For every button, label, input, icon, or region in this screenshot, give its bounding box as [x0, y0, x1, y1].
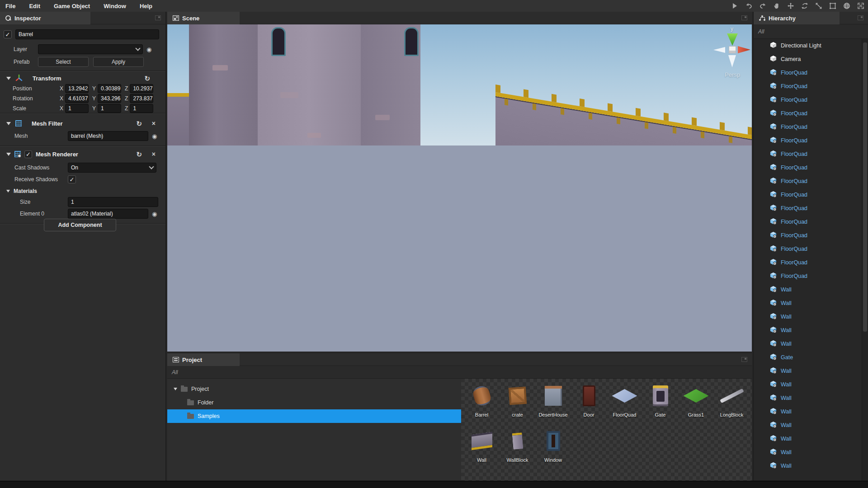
asset-wallblock[interactable]: WallBlock: [500, 427, 535, 472]
asset-longblock[interactable]: LongBlock: [714, 381, 750, 427]
hierarchy-item-floorquad[interactable]: FloorQuad: [754, 174, 862, 188]
element0-target-icon[interactable]: ◉: [152, 211, 157, 217]
hierarchy-item-wall[interactable]: Wall: [754, 296, 862, 310]
gizmo-handle-blue[interactable]: [400, 232, 405, 237]
gizmo-neg-y-cone[interactable]: [728, 55, 736, 67]
tree-item-samples[interactable]: Samples: [167, 409, 461, 423]
close-icon[interactable]: ×: [152, 151, 156, 157]
refresh-icon[interactable]: ↻: [136, 151, 142, 158]
foldout-triangle-icon[interactable]: [6, 190, 10, 192]
hierarchy-item-floorquad[interactable]: FloorQuad: [754, 242, 862, 256]
menu-item-file[interactable]: File: [5, 3, 15, 9]
position-z-field[interactable]: 10.2937: [130, 84, 153, 93]
tab-project[interactable]: Project: [167, 353, 240, 366]
hierarchy-item-floorquad[interactable]: FloorQuad: [754, 215, 862, 229]
menu-item-window[interactable]: Window: [104, 3, 126, 9]
scene-crate[interactable]: [495, 240, 533, 282]
asset-barrel[interactable]: Barrel: [464, 381, 500, 427]
rotation-z-field[interactable]: 273.837: [130, 94, 153, 103]
hierarchy-item-floorquad[interactable]: FloorQuad: [754, 66, 862, 80]
mesh-renderer-enabled-checkbox[interactable]: ✓: [24, 150, 32, 158]
close-icon[interactable]: ×: [152, 120, 156, 127]
hierarchy-item-floorquad[interactable]: FloorQuad: [754, 147, 862, 161]
position-y-field[interactable]: 0.30389: [98, 84, 121, 93]
refresh-icon[interactable]: ↻: [136, 120, 142, 127]
gizmo-center-cube[interactable]: [729, 46, 736, 53]
scrollbar-thumb[interactable]: [863, 42, 867, 332]
receive-shadows-checkbox[interactable]: ✓: [68, 175, 76, 183]
gizmo-handle-red[interactable]: [397, 247, 401, 251]
gizmo-z-cone[interactable]: [713, 47, 725, 53]
hierarchy-item-wall[interactable]: Wall: [754, 324, 862, 337]
hierarchy-item-floorquad[interactable]: FloorQuad: [754, 202, 862, 215]
hierarchy-item-wall[interactable]: Wall: [754, 405, 862, 418]
hierarchy-item-wall[interactable]: Wall: [754, 391, 862, 405]
pan-hand-icon[interactable]: [772, 1, 781, 10]
foldout-triangle-icon[interactable]: [6, 77, 11, 80]
hierarchy-filter[interactable]: All: [754, 24, 868, 39]
gizmo-axis-blue[interactable]: [402, 237, 403, 244]
hierarchy-item-floorquad[interactable]: FloorQuad: [754, 161, 862, 174]
prefab-select-button[interactable]: Select: [38, 57, 89, 67]
refresh-icon[interactable]: ↻: [144, 75, 150, 82]
tab-inspector[interactable]: Inspector: [0, 12, 90, 24]
hierarchy-item-wall[interactable]: Wall: [754, 310, 862, 324]
undo-icon[interactable]: [744, 1, 753, 10]
hierarchy-item-wall[interactable]: Wall: [754, 283, 862, 296]
hierarchy-item-floorquad[interactable]: FloorQuad: [754, 134, 862, 147]
mesh-target-icon[interactable]: ◉: [152, 133, 157, 139]
add-component-button[interactable]: Add Component: [44, 219, 116, 231]
cast-shadows-dropdown[interactable]: On: [68, 163, 156, 173]
scene-crate[interactable]: [459, 239, 495, 279]
hierarchy-item-floorquad[interactable]: FloorQuad: [754, 93, 862, 107]
object-name-field[interactable]: Barrel: [15, 29, 159, 39]
rect-tool-icon[interactable]: [828, 1, 837, 10]
foldout-triangle-icon[interactable]: [6, 153, 11, 156]
position-x-field[interactable]: 13.2942: [65, 84, 89, 93]
hierarchy-item-camera[interactable]: Camera: [754, 52, 862, 66]
hierarchy-item-floorquad[interactable]: FloorQuad: [754, 229, 862, 242]
hierarchy-item-wall[interactable]: Wall: [754, 446, 862, 459]
hierarchy-item-wall[interactable]: Wall: [754, 378, 862, 391]
asset-wall[interactable]: Wall: [464, 427, 500, 472]
hierarchy-item-wall[interactable]: Wall: [754, 364, 862, 378]
play-icon[interactable]: [730, 1, 739, 10]
gizmo-x-cone[interactable]: [738, 46, 750, 53]
asset-floorquad[interactable]: FloorQuad: [607, 381, 642, 427]
asset-door[interactable]: Door: [571, 381, 607, 427]
hierarchy-item-floorquad[interactable]: FloorQuad: [754, 107, 862, 120]
scale-tool-icon[interactable]: [814, 1, 823, 10]
orientation-gizmo[interactable]: y x Persp: [710, 28, 752, 80]
prefab-apply-button[interactable]: Apply: [93, 57, 144, 67]
element0-field[interactable]: atlas02 (Material): [68, 209, 148, 219]
materials-header[interactable]: Materials: [0, 186, 165, 196]
asset-crate[interactable]: crate: [500, 381, 535, 427]
rotation-y-field[interactable]: 343.296: [98, 94, 121, 103]
expand-triangle-icon[interactable]: [174, 388, 177, 390]
menu-item-help[interactable]: Help: [140, 3, 152, 9]
hierarchy-item-floorquad[interactable]: FloorQuad: [754, 256, 862, 269]
panel-menu-icon[interactable]: [858, 15, 863, 20]
tab-hierarchy[interactable]: Hierarchy: [754, 12, 840, 24]
panel-menu-icon[interactable]: [155, 15, 161, 20]
hierarchy-item-floorquad[interactable]: FloorQuad: [754, 269, 862, 283]
hierarchy-item-floorquad[interactable]: FloorQuad: [754, 188, 862, 202]
asset-window[interactable]: Window: [535, 427, 571, 472]
rotation-x-field[interactable]: 4.61037: [65, 94, 89, 103]
asset-gate[interactable]: Gate: [642, 381, 678, 427]
hierarchy-scrollbar[interactable]: [862, 39, 868, 481]
hierarchy-item-floorquad[interactable]: FloorQuad: [754, 80, 862, 93]
move-tool-icon[interactable]: [786, 1, 795, 10]
size-field[interactable]: 1: [68, 197, 158, 207]
hierarchy-item-gate[interactable]: Gate: [754, 351, 862, 364]
layer-target-icon[interactable]: ◉: [146, 47, 151, 52]
tree-item-project[interactable]: Project: [167, 382, 461, 396]
scene-viewport[interactable]: y x Persp: [167, 24, 752, 352]
hierarchy-item-wall[interactable]: Wall: [754, 418, 862, 432]
menu-item-game-object[interactable]: Game Object: [54, 3, 90, 9]
maximize-icon[interactable]: [856, 1, 865, 10]
mesh-value-field[interactable]: barrel (Mesh): [68, 131, 148, 141]
scale-z-field[interactable]: 1: [130, 104, 153, 113]
scale-y-field[interactable]: 1: [98, 104, 121, 113]
panel-menu-icon[interactable]: [741, 357, 747, 362]
